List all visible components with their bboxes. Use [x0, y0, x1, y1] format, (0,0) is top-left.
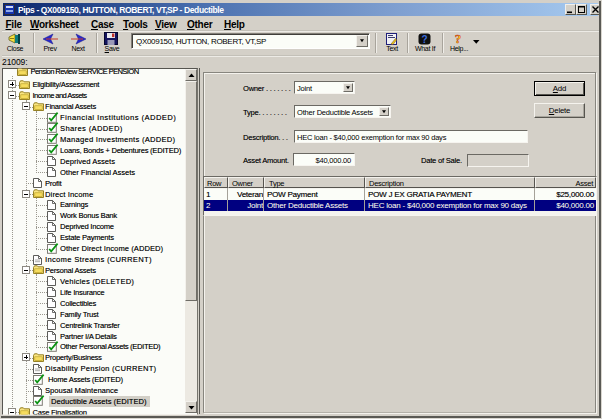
svg-text:?: ?: [455, 32, 462, 45]
svg-text:?: ?: [421, 34, 427, 45]
